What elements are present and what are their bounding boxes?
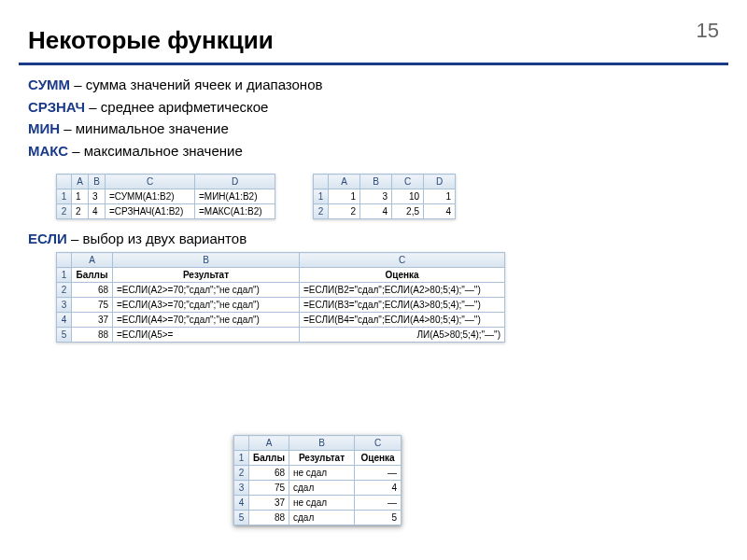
slide-number: 15 xyxy=(697,19,719,43)
cell: 4 xyxy=(355,481,402,496)
corner xyxy=(57,175,72,189)
corner xyxy=(314,175,329,189)
cell: 37 xyxy=(72,313,113,328)
cell: Результат xyxy=(113,268,300,283)
col-header: A xyxy=(72,253,113,268)
page-title: Некоторые функции xyxy=(0,0,747,63)
cell: =СУММ(A1:B2) xyxy=(106,189,195,204)
cell: =МИН(A1:B2) xyxy=(195,189,275,204)
row-header: 4 xyxy=(57,313,72,328)
cell: — xyxy=(355,466,402,481)
row-header: 2 xyxy=(234,466,249,481)
col-header: B xyxy=(360,175,392,189)
cell: 3 xyxy=(360,189,392,204)
def-average: СРЗНАЧ – среднее арифметическое xyxy=(28,97,719,119)
cell: ЛИ(A5>80;5;4);"—") xyxy=(300,328,505,343)
cell: 4 xyxy=(424,204,456,219)
col-header: A xyxy=(72,175,89,189)
col-header: C xyxy=(355,436,402,451)
func-desc: – сумма значений ячеек и диапазонов xyxy=(70,77,323,92)
col-header: B xyxy=(89,175,106,189)
col-header: B xyxy=(113,253,300,268)
def-max: МАКС – максимальное значение xyxy=(28,141,719,162)
row-header: 4 xyxy=(234,496,249,511)
wide-table-wrap: A B C 1 Баллы Результат Оценка 2 68 =ЕСЛ… xyxy=(0,250,747,343)
cell: 1 xyxy=(424,189,456,204)
cell: 37 xyxy=(249,496,289,511)
row-header: 1 xyxy=(57,189,72,204)
excel-table-if-formulas: A B C 1 Баллы Результат Оценка 2 68 =ЕСЛ… xyxy=(56,252,505,343)
cell: Результат xyxy=(289,451,355,466)
func-desc: – выбор из двух вариантов xyxy=(67,231,247,246)
cell: Оценка xyxy=(300,268,505,283)
row-header: 5 xyxy=(57,328,72,343)
tables-row: A B C D 1 1 3 =СУММ(A1:B2) =МИН(A1:B2) 2… xyxy=(0,170,747,227)
row-header: 3 xyxy=(57,298,72,313)
cell: Оценка xyxy=(355,451,402,466)
corner xyxy=(234,436,249,451)
col-header: A xyxy=(249,436,289,451)
row-header: 1 xyxy=(314,189,329,204)
col-header: C xyxy=(106,175,195,189)
cell: =ЕСЛИ(A2>=70;"сдал";"не сдал") xyxy=(113,283,300,298)
cell: 1 xyxy=(72,189,89,204)
def-min: МИН – минимальное значение xyxy=(28,119,719,140)
title-underline xyxy=(19,63,728,65)
cell: Баллы xyxy=(249,451,289,466)
row-header: 5 xyxy=(234,511,249,525)
cell: 5 xyxy=(355,511,402,525)
cell: сдал xyxy=(289,481,355,496)
cell: 4 xyxy=(360,204,392,219)
def-sum: СУММ – сумма значений ячеек и диапазонов xyxy=(28,75,719,96)
col-header: A xyxy=(329,175,360,189)
cell: 68 xyxy=(249,466,289,481)
row-header: 2 xyxy=(57,283,72,298)
cell: =ЕСЛИ(B2="сдал";ЕСЛИ(A2>80;5;4);"—") xyxy=(300,283,505,298)
cell: =ЕСЛИ(A4>=70;"сдал";"не сдал") xyxy=(113,313,300,328)
overlay-table: A B C 1 Баллы Результат Оценка 2 68 не с… xyxy=(233,435,402,525)
cell: 75 xyxy=(72,298,113,313)
cell: 2,5 xyxy=(392,204,424,219)
cell: — xyxy=(355,496,402,511)
col-header: B xyxy=(289,436,355,451)
cell: 2 xyxy=(72,204,89,219)
if-heading: ЕСЛИ – выбор из двух вариантов xyxy=(0,227,747,250)
cell: 75 xyxy=(249,481,289,496)
cell: 1 xyxy=(329,189,360,204)
definitions-block: СУММ – сумма значений ячеек и диапазонов… xyxy=(0,75,747,170)
cell: =СРЗНАЧ(A1:B2) xyxy=(106,204,195,219)
func-name: МИН xyxy=(28,120,60,136)
col-header: C xyxy=(300,253,505,268)
func-name: СУММ xyxy=(28,77,70,92)
cell: 10 xyxy=(392,189,424,204)
cell: Баллы xyxy=(72,268,113,283)
func-desc: – среднее арифметическое xyxy=(85,99,268,115)
cell: 68 xyxy=(72,283,113,298)
cell: 4 xyxy=(89,204,106,219)
func-name: СРЗНАЧ xyxy=(28,99,85,115)
cell: 3 xyxy=(89,189,106,204)
col-header: D xyxy=(195,175,275,189)
cell: 88 xyxy=(249,511,289,525)
func-desc: – максимальное значение xyxy=(68,143,243,159)
col-header: C xyxy=(392,175,424,189)
func-desc: – минимальное значение xyxy=(60,120,229,136)
func-name: ЕСЛИ xyxy=(28,231,67,246)
excel-table-formulas: A B C D 1 1 3 =СУММ(A1:B2) =МИН(A1:B2) 2… xyxy=(56,174,275,219)
row-header: 1 xyxy=(234,451,249,466)
row-header: 3 xyxy=(234,481,249,496)
cell: =ЕСЛИ(B3="сдал";ЕСЛИ(A3>80;5;4);"—") xyxy=(300,298,505,313)
excel-table-if-results: A B C 1 Баллы Результат Оценка 2 68 не с… xyxy=(233,435,402,525)
cell: 88 xyxy=(72,328,113,343)
cell: =ЕСЛИ(A3>=70;"сдал";"не сдал") xyxy=(113,298,300,313)
func-name: МАКС xyxy=(28,143,68,159)
cell: =МАКС(A1:B2) xyxy=(195,204,275,219)
row-header: 2 xyxy=(314,204,329,219)
row-header: 2 xyxy=(57,204,72,219)
row-header: 1 xyxy=(57,268,72,283)
cell: =ЕСЛИ(B4="сдал";ЕСЛИ(A4>80;5;4);"—") xyxy=(300,313,505,328)
corner xyxy=(57,253,72,268)
col-header: D xyxy=(424,175,456,189)
cell: 2 xyxy=(329,204,360,219)
cell: сдал xyxy=(289,511,355,525)
